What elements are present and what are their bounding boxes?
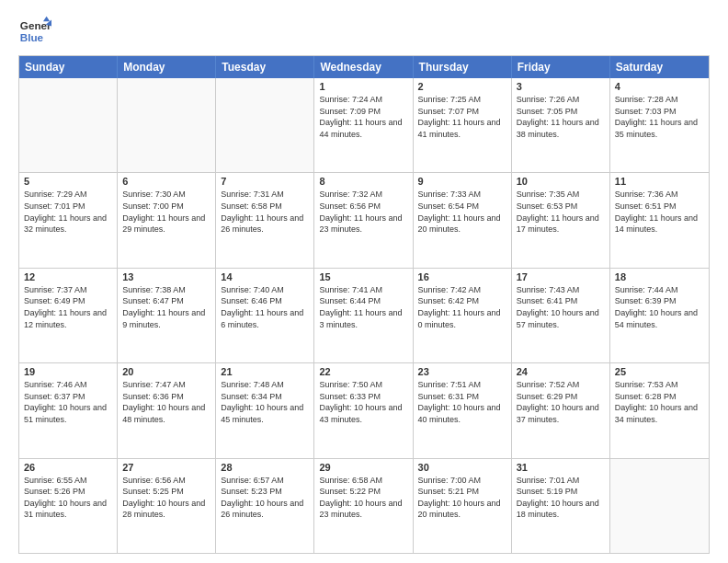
day-info: Sunrise: 6:56 AM Sunset: 5:25 PM Dayligh… [122, 475, 210, 521]
day-number: 26 [24, 462, 112, 473]
calendar-cell [610, 459, 709, 553]
calendar-cell [19, 78, 118, 172]
calendar-cell: 23Sunrise: 7:51 AM Sunset: 6:31 PM Dayli… [414, 363, 512, 457]
header-day-friday: Friday [512, 56, 610, 78]
header-day-tuesday: Tuesday [216, 56, 314, 78]
day-number: 25 [615, 366, 704, 377]
day-number: 7 [221, 176, 309, 187]
header-day-wednesday: Wednesday [314, 56, 413, 78]
day-number: 31 [517, 462, 605, 473]
calendar-cell [118, 78, 216, 172]
day-number: 27 [122, 462, 210, 473]
day-number: 20 [122, 366, 210, 377]
day-number: 1 [319, 81, 407, 92]
calendar-cell: 26Sunrise: 6:55 AM Sunset: 5:26 PM Dayli… [19, 459, 118, 553]
day-info: Sunrise: 7:44 AM Sunset: 6:39 PM Dayligh… [615, 284, 704, 330]
day-number: 17 [517, 271, 605, 282]
day-info: Sunrise: 7:40 AM Sunset: 6:46 PM Dayligh… [221, 284, 309, 330]
day-number: 9 [418, 176, 506, 187]
day-number: 16 [418, 271, 506, 282]
day-number: 6 [122, 176, 210, 187]
header-day-saturday: Saturday [610, 56, 709, 78]
calendar-cell: 3Sunrise: 7:26 AM Sunset: 7:05 PM Daylig… [512, 78, 610, 172]
day-info: Sunrise: 7:31 AM Sunset: 6:58 PM Dayligh… [221, 189, 309, 235]
calendar-cell: 20Sunrise: 7:47 AM Sunset: 6:36 PM Dayli… [118, 363, 216, 457]
day-info: Sunrise: 6:55 AM Sunset: 5:26 PM Dayligh… [24, 475, 112, 521]
day-info: Sunrise: 7:48 AM Sunset: 6:34 PM Dayligh… [221, 379, 309, 425]
day-number: 14 [221, 271, 309, 282]
day-info: Sunrise: 7:51 AM Sunset: 6:31 PM Dayligh… [418, 379, 506, 425]
day-number: 8 [319, 176, 407, 187]
day-info: Sunrise: 7:41 AM Sunset: 6:44 PM Dayligh… [319, 284, 407, 330]
day-number: 13 [122, 271, 210, 282]
day-info: Sunrise: 7:33 AM Sunset: 6:54 PM Dayligh… [418, 189, 506, 235]
day-info: Sunrise: 6:57 AM Sunset: 5:23 PM Dayligh… [221, 475, 309, 521]
day-number: 15 [319, 271, 407, 282]
day-number: 10 [517, 176, 605, 187]
day-number: 23 [418, 366, 506, 377]
calendar-cell: 1Sunrise: 7:24 AM Sunset: 7:09 PM Daylig… [314, 78, 413, 172]
calendar-cell [216, 78, 314, 172]
day-info: Sunrise: 6:58 AM Sunset: 5:22 PM Dayligh… [319, 475, 407, 521]
logo: General Blue [18, 15, 51, 48]
calendar-cell: 31Sunrise: 7:01 AM Sunset: 5:19 PM Dayli… [512, 459, 610, 553]
calendar-cell: 21Sunrise: 7:48 AM Sunset: 6:34 PM Dayli… [216, 363, 314, 457]
calendar-cell: 16Sunrise: 7:42 AM Sunset: 6:42 PM Dayli… [414, 269, 512, 362]
calendar-week-4: 19Sunrise: 7:46 AM Sunset: 6:37 PM Dayli… [19, 363, 709, 458]
calendar-cell: 18Sunrise: 7:44 AM Sunset: 6:39 PM Dayli… [610, 269, 709, 362]
calendar-cell: 5Sunrise: 7:29 AM Sunset: 7:01 PM Daylig… [19, 173, 118, 267]
day-info: Sunrise: 7:25 AM Sunset: 7:07 PM Dayligh… [418, 94, 506, 140]
calendar-cell: 29Sunrise: 6:58 AM Sunset: 5:22 PM Dayli… [314, 459, 413, 553]
day-info: Sunrise: 7:24 AM Sunset: 7:09 PM Dayligh… [319, 94, 407, 140]
day-number: 28 [221, 462, 309, 473]
calendar: SundayMondayTuesdayWednesdayThursdayFrid… [18, 55, 710, 554]
day-info: Sunrise: 7:47 AM Sunset: 6:36 PM Dayligh… [122, 379, 210, 425]
header-day-sunday: Sunday [19, 56, 118, 78]
calendar-cell: 15Sunrise: 7:41 AM Sunset: 6:44 PM Dayli… [314, 269, 413, 362]
calendar-cell: 4Sunrise: 7:28 AM Sunset: 7:03 PM Daylig… [610, 78, 709, 172]
calendar-cell: 27Sunrise: 6:56 AM Sunset: 5:25 PM Dayli… [118, 459, 216, 553]
calendar-cell: 14Sunrise: 7:40 AM Sunset: 6:46 PM Dayli… [216, 269, 314, 362]
calendar-header: SundayMondayTuesdayWednesdayThursdayFrid… [19, 56, 709, 78]
day-info: Sunrise: 7:01 AM Sunset: 5:19 PM Dayligh… [517, 475, 605, 521]
day-number: 30 [418, 462, 506, 473]
calendar-cell: 8Sunrise: 7:32 AM Sunset: 6:56 PM Daylig… [314, 173, 413, 267]
day-info: Sunrise: 7:53 AM Sunset: 6:28 PM Dayligh… [615, 379, 704, 425]
day-info: Sunrise: 7:28 AM Sunset: 7:03 PM Dayligh… [615, 94, 704, 140]
day-number: 3 [517, 81, 605, 92]
day-number: 5 [24, 176, 112, 187]
calendar-cell: 22Sunrise: 7:50 AM Sunset: 6:33 PM Dayli… [314, 363, 413, 457]
day-info: Sunrise: 7:36 AM Sunset: 6:51 PM Dayligh… [615, 189, 704, 235]
calendar-cell: 28Sunrise: 6:57 AM Sunset: 5:23 PM Dayli… [216, 459, 314, 553]
calendar-cell: 12Sunrise: 7:37 AM Sunset: 6:49 PM Dayli… [19, 269, 118, 362]
calendar-week-3: 12Sunrise: 7:37 AM Sunset: 6:49 PM Dayli… [19, 269, 709, 363]
day-number: 2 [418, 81, 506, 92]
day-info: Sunrise: 7:52 AM Sunset: 6:29 PM Dayligh… [517, 379, 605, 425]
logo-icon: General Blue [18, 15, 51, 48]
calendar-week-2: 5Sunrise: 7:29 AM Sunset: 7:01 PM Daylig… [19, 173, 709, 268]
page-header: General Blue [18, 15, 710, 48]
calendar-week-5: 26Sunrise: 6:55 AM Sunset: 5:26 PM Dayli… [19, 459, 709, 553]
header-day-thursday: Thursday [414, 56, 512, 78]
day-number: 4 [615, 81, 704, 92]
day-info: Sunrise: 7:32 AM Sunset: 6:56 PM Dayligh… [319, 189, 407, 235]
calendar-week-1: 1Sunrise: 7:24 AM Sunset: 7:09 PM Daylig… [19, 78, 709, 173]
calendar-cell: 17Sunrise: 7:43 AM Sunset: 6:41 PM Dayli… [512, 269, 610, 362]
calendar-cell: 7Sunrise: 7:31 AM Sunset: 6:58 PM Daylig… [216, 173, 314, 267]
day-info: Sunrise: 7:46 AM Sunset: 6:37 PM Dayligh… [24, 379, 112, 425]
header-day-monday: Monday [118, 56, 216, 78]
calendar-cell: 24Sunrise: 7:52 AM Sunset: 6:29 PM Dayli… [512, 363, 610, 457]
calendar-cell: 10Sunrise: 7:35 AM Sunset: 6:53 PM Dayli… [512, 173, 610, 267]
day-number: 11 [615, 176, 704, 187]
day-number: 12 [24, 271, 112, 282]
calendar-cell: 25Sunrise: 7:53 AM Sunset: 6:28 PM Dayli… [610, 363, 709, 457]
calendar-cell: 13Sunrise: 7:38 AM Sunset: 6:47 PM Dayli… [118, 269, 216, 362]
day-number: 24 [517, 366, 605, 377]
calendar-cell: 6Sunrise: 7:30 AM Sunset: 7:00 PM Daylig… [118, 173, 216, 267]
day-info: Sunrise: 7:00 AM Sunset: 5:21 PM Dayligh… [418, 475, 506, 521]
calendar-cell: 19Sunrise: 7:46 AM Sunset: 6:37 PM Dayli… [19, 363, 118, 457]
day-number: 29 [319, 462, 407, 473]
day-info: Sunrise: 7:30 AM Sunset: 7:00 PM Dayligh… [122, 189, 210, 235]
calendar-cell: 9Sunrise: 7:33 AM Sunset: 6:54 PM Daylig… [414, 173, 512, 267]
day-info: Sunrise: 7:43 AM Sunset: 6:41 PM Dayligh… [517, 284, 605, 330]
